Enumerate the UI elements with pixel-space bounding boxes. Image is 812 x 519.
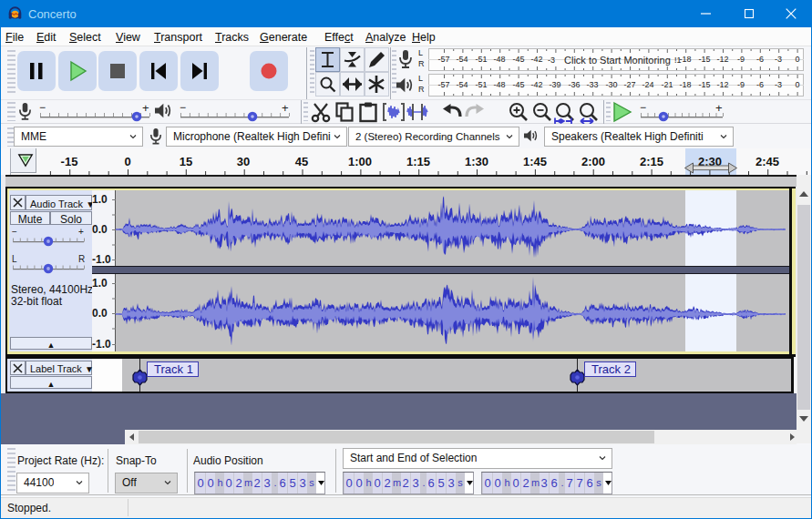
svg-text:L: L bbox=[12, 254, 17, 264]
svg-text:−: − bbox=[12, 227, 17, 237]
svg-text:−: − bbox=[640, 101, 646, 114]
svg-text:+: + bbox=[78, 227, 84, 237]
svg-text:+: + bbox=[142, 101, 149, 115]
svg-text:−: − bbox=[180, 101, 186, 114]
svg-text:+: + bbox=[282, 101, 289, 115]
svg-text:R: R bbox=[78, 254, 85, 264]
svg-text:−: − bbox=[39, 101, 46, 114]
svg-text:+: + bbox=[715, 101, 723, 115]
